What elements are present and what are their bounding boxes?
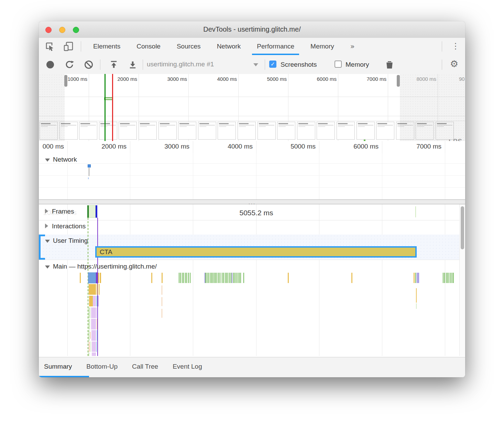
flame-event[interactable] (183, 273, 184, 283)
tab-summary[interactable]: Summary (44, 357, 72, 377)
flame-event[interactable] (90, 341, 91, 352)
flame-event[interactable] (80, 273, 81, 283)
settings-gear-icon[interactable]: ⚙ (450, 58, 458, 69)
flame-event[interactable] (162, 309, 162, 318)
flame-event[interactable] (236, 273, 237, 283)
flame-event[interactable] (416, 288, 417, 303)
flame-event[interactable] (91, 319, 96, 329)
flame-event[interactable] (162, 273, 163, 283)
flame-event[interactable] (162, 285, 162, 295)
overview-left-handle[interactable] (64, 75, 67, 87)
filmstrip-thumbnail[interactable] (238, 122, 256, 140)
flame-event[interactable] (89, 341, 90, 352)
flame-event[interactable] (243, 273, 244, 283)
flame-event[interactable] (449, 273, 449, 283)
flame-event[interactable] (416, 303, 417, 309)
flame-event[interactable] (218, 273, 219, 283)
user-timing-cta-measure[interactable]: CTA (95, 246, 417, 258)
flame-event[interactable] (98, 284, 98, 295)
scrollbar-thumb[interactable] (461, 206, 464, 249)
frames-track-header[interactable]: Frames (45, 208, 74, 215)
flame-event[interactable] (100, 273, 101, 283)
flame-event[interactable] (97, 330, 98, 341)
flame-event[interactable] (96, 272, 97, 283)
overview-right-handle[interactable] (397, 75, 400, 87)
flame-event[interactable] (229, 273, 230, 283)
flame-event[interactable] (89, 284, 96, 295)
flame-event[interactable] (414, 273, 415, 283)
flame-event[interactable] (450, 273, 451, 283)
tab-bottom-up[interactable]: Bottom-Up (86, 357, 118, 377)
flame-event[interactable] (97, 319, 97, 329)
main-thread-track-header[interactable]: Main — https://usertiming.glitch.me/ (45, 263, 157, 270)
filmstrip-thumbnail[interactable] (139, 122, 157, 140)
tab-sources[interactable]: Sources (177, 38, 201, 55)
tab-call-tree[interactable]: Call Tree (132, 357, 158, 377)
vertical-scrollbar[interactable] (459, 204, 465, 356)
flame-event[interactable] (96, 341, 97, 352)
frame-span[interactable] (89, 205, 96, 218)
tab-console[interactable]: Console (136, 38, 161, 55)
load-profile-icon[interactable] (109, 60, 119, 69)
flame-event[interactable] (443, 273, 443, 283)
timeline-overview[interactable]: 1000 ms2000 ms3000 ms4000 ms5000 ms6000 … (39, 74, 465, 141)
flame-event[interactable] (88, 272, 96, 283)
filmstrip-thumbnail[interactable] (178, 122, 196, 140)
flame-event[interactable] (446, 273, 447, 283)
flame-event[interactable] (190, 273, 190, 283)
flame-event[interactable] (415, 273, 416, 283)
save-profile-icon[interactable] (128, 60, 138, 69)
flame-event[interactable] (91, 330, 96, 341)
flame-event[interactable] (92, 341, 96, 352)
flame-event[interactable] (91, 307, 96, 318)
network-request-marker[interactable] (88, 164, 91, 167)
flame-event[interactable] (231, 273, 231, 283)
filmstrip-thumbnail[interactable] (99, 122, 117, 140)
tab-performance[interactable]: Performance (257, 38, 294, 55)
filmstrip-thumbnail[interactable] (158, 122, 177, 140)
screenshots-label[interactable]: Screenshots (281, 61, 317, 68)
inspect-element-icon[interactable] (44, 41, 55, 52)
flame-event[interactable] (212, 273, 213, 283)
flame-event[interactable] (96, 307, 97, 318)
user-timing-track-header[interactable]: User Timing (45, 237, 88, 245)
memory-label[interactable]: Memory (346, 61, 369, 68)
flame-event[interactable] (232, 273, 232, 283)
flame-event[interactable] (211, 273, 212, 283)
flame-event[interactable] (90, 332, 91, 339)
flame-event[interactable] (99, 284, 100, 295)
flame-event[interactable] (97, 307, 98, 318)
flame-event[interactable] (447, 273, 448, 283)
panel-splitter[interactable]: … (39, 199, 465, 204)
flame-event[interactable] (88, 352, 89, 356)
flame-event[interactable] (228, 273, 228, 283)
flame-event[interactable] (96, 284, 97, 295)
flame-event[interactable] (288, 273, 289, 283)
network-track-header[interactable]: Network (45, 156, 77, 163)
flame-event[interactable] (453, 273, 454, 283)
devtools-menu-icon[interactable]: ⋮ (451, 41, 460, 51)
network-request-bar[interactable] (88, 168, 90, 176)
flame-event[interactable] (97, 296, 98, 306)
reload-and-record-button[interactable] (65, 60, 74, 69)
filmstrip-thumbnail[interactable] (218, 122, 236, 140)
filmstrip-thumbnail[interactable] (297, 122, 315, 140)
filmstrip-thumbnail[interactable] (79, 122, 97, 140)
flame-event[interactable] (93, 296, 96, 306)
filmstrip-thumbnail[interactable] (198, 122, 216, 140)
flame-event[interactable] (88, 330, 90, 341)
flame-event[interactable] (225, 273, 226, 283)
flame-event[interactable] (185, 273, 186, 283)
filmstrip-thumbnail[interactable] (337, 122, 355, 140)
flame-event[interactable] (186, 273, 187, 283)
flame-event[interactable] (205, 273, 206, 283)
tab-elements[interactable]: Elements (93, 38, 120, 55)
flame-event[interactable] (98, 273, 99, 283)
interactions-track-header[interactable]: Interactions (45, 223, 86, 230)
flame-event[interactable] (222, 273, 222, 283)
flame-event[interactable] (210, 273, 210, 283)
flame-event[interactable] (208, 273, 209, 283)
flame-event[interactable] (188, 273, 189, 283)
screenshots-checkbox[interactable]: ✓ (269, 61, 276, 68)
flame-event[interactable] (88, 319, 90, 329)
